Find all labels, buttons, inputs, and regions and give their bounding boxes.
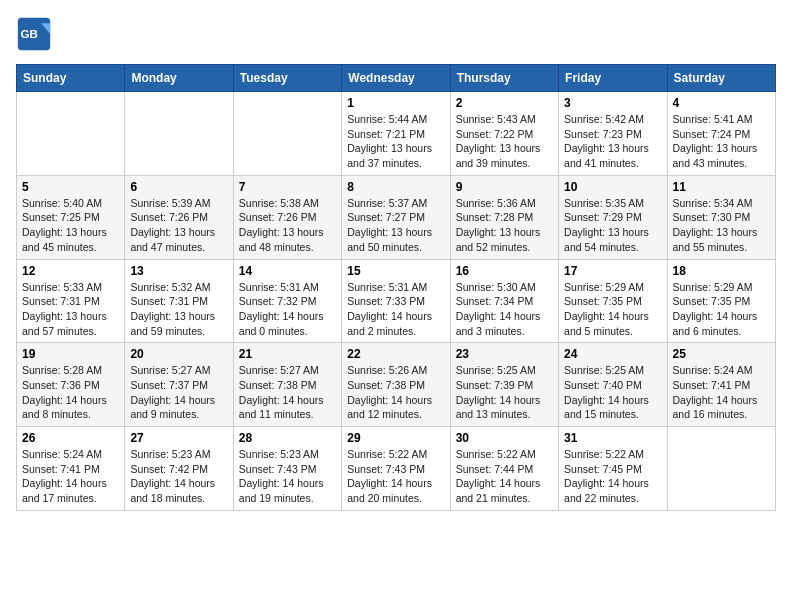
day-info: Sunrise: 5:36 AM Sunset: 7:28 PM Dayligh… <box>456 196 553 255</box>
day-info: Sunrise: 5:34 AM Sunset: 7:30 PM Dayligh… <box>673 196 770 255</box>
day-number: 2 <box>456 96 553 110</box>
day-info: Sunrise: 5:38 AM Sunset: 7:26 PM Dayligh… <box>239 196 336 255</box>
week-row-2: 5Sunrise: 5:40 AM Sunset: 7:25 PM Daylig… <box>17 175 776 259</box>
day-number: 16 <box>456 264 553 278</box>
day-number: 26 <box>22 431 119 445</box>
day-number: 15 <box>347 264 444 278</box>
day-info: Sunrise: 5:37 AM Sunset: 7:27 PM Dayligh… <box>347 196 444 255</box>
day-info: Sunrise: 5:40 AM Sunset: 7:25 PM Dayligh… <box>22 196 119 255</box>
day-number: 8 <box>347 180 444 194</box>
day-cell: 8Sunrise: 5:37 AM Sunset: 7:27 PM Daylig… <box>342 175 450 259</box>
day-info: Sunrise: 5:22 AM Sunset: 7:45 PM Dayligh… <box>564 447 661 506</box>
week-row-5: 26Sunrise: 5:24 AM Sunset: 7:41 PM Dayli… <box>17 427 776 511</box>
day-info: Sunrise: 5:33 AM Sunset: 7:31 PM Dayligh… <box>22 280 119 339</box>
day-number: 27 <box>130 431 227 445</box>
day-number: 20 <box>130 347 227 361</box>
day-info: Sunrise: 5:42 AM Sunset: 7:23 PM Dayligh… <box>564 112 661 171</box>
day-info: Sunrise: 5:31 AM Sunset: 7:32 PM Dayligh… <box>239 280 336 339</box>
day-info: Sunrise: 5:27 AM Sunset: 7:38 PM Dayligh… <box>239 363 336 422</box>
day-cell: 10Sunrise: 5:35 AM Sunset: 7:29 PM Dayli… <box>559 175 667 259</box>
day-cell <box>667 427 775 511</box>
day-info: Sunrise: 5:30 AM Sunset: 7:34 PM Dayligh… <box>456 280 553 339</box>
header-cell-tuesday: Tuesday <box>233 65 341 92</box>
day-info: Sunrise: 5:29 AM Sunset: 7:35 PM Dayligh… <box>673 280 770 339</box>
day-cell: 16Sunrise: 5:30 AM Sunset: 7:34 PM Dayli… <box>450 259 558 343</box>
day-cell: 22Sunrise: 5:26 AM Sunset: 7:38 PM Dayli… <box>342 343 450 427</box>
day-info: Sunrise: 5:41 AM Sunset: 7:24 PM Dayligh… <box>673 112 770 171</box>
day-number: 14 <box>239 264 336 278</box>
header-cell-friday: Friday <box>559 65 667 92</box>
day-cell: 15Sunrise: 5:31 AM Sunset: 7:33 PM Dayli… <box>342 259 450 343</box>
day-cell: 30Sunrise: 5:22 AM Sunset: 7:44 PM Dayli… <box>450 427 558 511</box>
day-cell: 3Sunrise: 5:42 AM Sunset: 7:23 PM Daylig… <box>559 92 667 176</box>
day-info: Sunrise: 5:39 AM Sunset: 7:26 PM Dayligh… <box>130 196 227 255</box>
week-row-3: 12Sunrise: 5:33 AM Sunset: 7:31 PM Dayli… <box>17 259 776 343</box>
day-number: 17 <box>564 264 661 278</box>
day-number: 25 <box>673 347 770 361</box>
day-cell: 31Sunrise: 5:22 AM Sunset: 7:45 PM Dayli… <box>559 427 667 511</box>
day-cell: 9Sunrise: 5:36 AM Sunset: 7:28 PM Daylig… <box>450 175 558 259</box>
day-cell <box>17 92 125 176</box>
day-info: Sunrise: 5:24 AM Sunset: 7:41 PM Dayligh… <box>673 363 770 422</box>
day-cell: 4Sunrise: 5:41 AM Sunset: 7:24 PM Daylig… <box>667 92 775 176</box>
day-number: 21 <box>239 347 336 361</box>
header-row: SundayMondayTuesdayWednesdayThursdayFrid… <box>17 65 776 92</box>
day-cell: 23Sunrise: 5:25 AM Sunset: 7:39 PM Dayli… <box>450 343 558 427</box>
header-cell-monday: Monday <box>125 65 233 92</box>
calendar-body: 1Sunrise: 5:44 AM Sunset: 7:21 PM Daylig… <box>17 92 776 511</box>
calendar-table: SundayMondayTuesdayWednesdayThursdayFrid… <box>16 64 776 511</box>
day-number: 31 <box>564 431 661 445</box>
day-number: 11 <box>673 180 770 194</box>
day-number: 9 <box>456 180 553 194</box>
day-number: 29 <box>347 431 444 445</box>
day-number: 23 <box>456 347 553 361</box>
day-info: Sunrise: 5:22 AM Sunset: 7:44 PM Dayligh… <box>456 447 553 506</box>
day-info: Sunrise: 5:25 AM Sunset: 7:40 PM Dayligh… <box>564 363 661 422</box>
day-info: Sunrise: 5:29 AM Sunset: 7:35 PM Dayligh… <box>564 280 661 339</box>
header-cell-saturday: Saturday <box>667 65 775 92</box>
day-cell <box>233 92 341 176</box>
day-info: Sunrise: 5:43 AM Sunset: 7:22 PM Dayligh… <box>456 112 553 171</box>
week-row-1: 1Sunrise: 5:44 AM Sunset: 7:21 PM Daylig… <box>17 92 776 176</box>
day-info: Sunrise: 5:23 AM Sunset: 7:43 PM Dayligh… <box>239 447 336 506</box>
day-number: 5 <box>22 180 119 194</box>
day-number: 7 <box>239 180 336 194</box>
header-cell-thursday: Thursday <box>450 65 558 92</box>
day-cell: 26Sunrise: 5:24 AM Sunset: 7:41 PM Dayli… <box>17 427 125 511</box>
day-info: Sunrise: 5:25 AM Sunset: 7:39 PM Dayligh… <box>456 363 553 422</box>
day-cell: 27Sunrise: 5:23 AM Sunset: 7:42 PM Dayli… <box>125 427 233 511</box>
day-info: Sunrise: 5:32 AM Sunset: 7:31 PM Dayligh… <box>130 280 227 339</box>
day-number: 13 <box>130 264 227 278</box>
day-number: 22 <box>347 347 444 361</box>
calendar-header: SundayMondayTuesdayWednesdayThursdayFrid… <box>17 65 776 92</box>
header-cell-sunday: Sunday <box>17 65 125 92</box>
day-info: Sunrise: 5:24 AM Sunset: 7:41 PM Dayligh… <box>22 447 119 506</box>
day-number: 4 <box>673 96 770 110</box>
day-cell: 29Sunrise: 5:22 AM Sunset: 7:43 PM Dayli… <box>342 427 450 511</box>
day-cell: 1Sunrise: 5:44 AM Sunset: 7:21 PM Daylig… <box>342 92 450 176</box>
day-info: Sunrise: 5:31 AM Sunset: 7:33 PM Dayligh… <box>347 280 444 339</box>
svg-text:GB: GB <box>21 27 39 40</box>
day-number: 24 <box>564 347 661 361</box>
day-cell: 2Sunrise: 5:43 AM Sunset: 7:22 PM Daylig… <box>450 92 558 176</box>
day-number: 12 <box>22 264 119 278</box>
logo-icon: GB <box>16 16 52 52</box>
day-cell: 13Sunrise: 5:32 AM Sunset: 7:31 PM Dayli… <box>125 259 233 343</box>
day-info: Sunrise: 5:35 AM Sunset: 7:29 PM Dayligh… <box>564 196 661 255</box>
day-cell: 11Sunrise: 5:34 AM Sunset: 7:30 PM Dayli… <box>667 175 775 259</box>
day-cell: 28Sunrise: 5:23 AM Sunset: 7:43 PM Dayli… <box>233 427 341 511</box>
day-number: 30 <box>456 431 553 445</box>
week-row-4: 19Sunrise: 5:28 AM Sunset: 7:36 PM Dayli… <box>17 343 776 427</box>
day-info: Sunrise: 5:26 AM Sunset: 7:38 PM Dayligh… <box>347 363 444 422</box>
day-cell <box>125 92 233 176</box>
day-cell: 7Sunrise: 5:38 AM Sunset: 7:26 PM Daylig… <box>233 175 341 259</box>
page-header: GB <box>16 16 776 52</box>
day-cell: 21Sunrise: 5:27 AM Sunset: 7:38 PM Dayli… <box>233 343 341 427</box>
day-cell: 14Sunrise: 5:31 AM Sunset: 7:32 PM Dayli… <box>233 259 341 343</box>
day-cell: 24Sunrise: 5:25 AM Sunset: 7:40 PM Dayli… <box>559 343 667 427</box>
day-info: Sunrise: 5:27 AM Sunset: 7:37 PM Dayligh… <box>130 363 227 422</box>
day-number: 18 <box>673 264 770 278</box>
day-number: 1 <box>347 96 444 110</box>
day-cell: 19Sunrise: 5:28 AM Sunset: 7:36 PM Dayli… <box>17 343 125 427</box>
day-info: Sunrise: 5:22 AM Sunset: 7:43 PM Dayligh… <box>347 447 444 506</box>
